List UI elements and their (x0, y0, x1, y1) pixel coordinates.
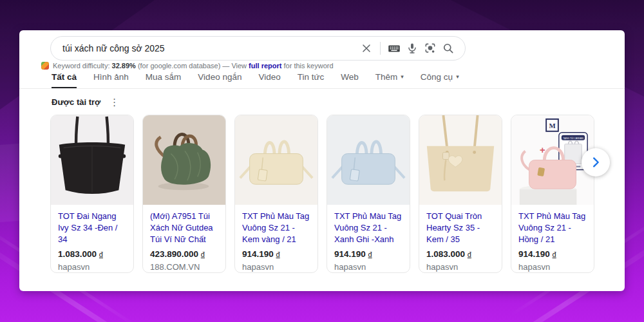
tab-news[interactable]: Tin tức (298, 72, 325, 89)
keyword-difficulty-bar: Keyword difficulty: 32.89% (for google.c… (41, 61, 334, 70)
product-title-link[interactable]: TOT Quai Tròn Hearty Sz 35 -Kem / 35 (426, 211, 495, 245)
kd-suffix: for this keyword (281, 62, 333, 70)
search-icon[interactable] (439, 39, 457, 57)
tab-web[interactable]: Web (341, 72, 359, 89)
product-price: 914.190 đ (242, 249, 310, 260)
more-options-icon[interactable]: ⋮ (109, 97, 119, 107)
product-info: TXT Phủ Màu Tag Vuông Sz 21 -Hồng / 21 9… (511, 205, 594, 272)
tab-videos[interactable]: Video (258, 72, 280, 89)
product-card[interactable]: TOT Đai Ngang Ivy Sz 34 -Đen / 34 1.083.… (50, 115, 134, 273)
product-image-black-tote[interactable] (51, 115, 133, 205)
svg-text:TẶNG TÚI CANVAS: TẶNG TÚI CANVAS (563, 137, 583, 140)
product-store: hapasvn (426, 262, 495, 272)
product-title-link[interactable]: TXT Phủ Màu Tag Vuông Sz 21 -Hồng / 21 (518, 211, 587, 245)
product-image-green-hobo[interactable] (143, 115, 225, 205)
chevron-down-icon: ▾ (456, 74, 459, 80)
product-info: TOT Đai Ngang Ivy Sz 34 -Đen / 34 1.083.… (51, 205, 133, 272)
product-store: 188.COM.VN (150, 262, 218, 272)
search-bar[interactable]: túi xách nữ công sở 2025 (50, 36, 466, 61)
product-info: TXT Phủ Màu Tag Vuông Sz 21 -Kem vàng / … (235, 205, 317, 272)
product-image-blue-satchel[interactable] (327, 115, 410, 205)
google-lens-icon[interactable] (421, 39, 439, 57)
product-price: 914.190 đ (518, 249, 587, 260)
currency-symbol: đ (99, 251, 103, 258)
voice-search-icon[interactable] (403, 39, 421, 57)
keyboard-icon[interactable] (385, 39, 403, 57)
carousel-next-button[interactable] (582, 148, 610, 176)
product-image-beige-tote[interactable] (419, 115, 502, 205)
search-bar-icons (357, 39, 457, 57)
sponsored-label: Được tài trợ (52, 97, 100, 107)
kd-value: 32.89% (112, 62, 136, 70)
svg-text:M: M (549, 122, 555, 129)
tab-shopping[interactable]: Mua sắm (146, 72, 182, 89)
product-store: hapasvn (242, 262, 310, 272)
product-card[interactable]: M + TẶNG TÚI CANVAS TXT Phủ Màu Tag Vuôn… (511, 115, 594, 273)
tab-short-videos[interactable]: Video ngắn (198, 72, 242, 89)
tab-more[interactable]: Thêm ▾ (375, 72, 404, 89)
tab-all[interactable]: Tất cả (52, 72, 77, 89)
desktop-background: túi xách nữ công sở 2025 (0, 0, 644, 322)
currency-symbol: đ (553, 251, 556, 258)
product-price: 914.190 đ (334, 249, 402, 260)
product-info: TOT Quai Tròn Hearty Sz 35 -Kem / 35 1.0… (419, 205, 502, 272)
product-price: 1.083.000 đ (58, 249, 126, 260)
product-card[interactable]: TXT Phủ Màu Tag Vuông Sz 21 - Xanh Ghi -… (327, 115, 410, 273)
kd-label: Keyword difficulty: (53, 62, 112, 70)
full-report-link[interactable]: full report (249, 62, 281, 70)
product-info: TXT Phủ Màu Tag Vuông Sz 21 - Xanh Ghi -… (327, 205, 410, 272)
results-tabs: Tất cả Hình ảnh Mua sắm Video ngắn Video… (52, 72, 459, 89)
product-card[interactable]: TOT Quai Tròn Hearty Sz 35 -Kem / 35 1.0… (419, 115, 502, 273)
currency-symbol: đ (368, 251, 372, 258)
tab-images[interactable]: Hình ảnh (93, 72, 129, 89)
currency-symbol: đ (276, 251, 280, 258)
product-title-link[interactable]: TXT Phủ Màu Tag Vuông Sz 21 - Xanh Ghi -… (334, 211, 402, 245)
clear-icon[interactable] (357, 39, 375, 57)
product-title-link[interactable]: (Mới) A7951 Túi Xách Nữ Gutdea Túi Ví Nữ… (150, 211, 218, 245)
search-bar-divider (380, 42, 381, 55)
product-store: hapasvn (58, 262, 126, 272)
tabs-divider (19, 88, 625, 89)
product-info: (Mới) A7951 Túi Xách Nữ Gutdea Túi Ví Nữ… (143, 205, 225, 272)
product-store: hapasvn (518, 262, 587, 272)
product-price: 423.890.000 đ (150, 249, 218, 260)
kd-detail: (for google.com database) — View (136, 62, 249, 70)
product-title-link[interactable]: TXT Phủ Màu Tag Vuông Sz 21 -Kem vàng / … (242, 211, 310, 245)
search-results-window: túi xách nữ công sở 2025 (19, 30, 625, 291)
product-price: 1.083.000 đ (426, 249, 495, 260)
seo-extension-icon[interactable] (41, 62, 49, 70)
product-image-cream-satchel[interactable] (235, 115, 317, 205)
tab-tools[interactable]: Công cụ ▾ (421, 72, 459, 89)
currency-symbol: đ (468, 251, 471, 258)
product-store: hapasvn (334, 262, 402, 272)
sponsored-row: Được tài trợ ⋮ (52, 97, 119, 107)
product-card[interactable]: TXT Phủ Màu Tag Vuông Sz 21 -Kem vàng / … (234, 115, 318, 273)
product-card[interactable]: (Mới) A7951 Túi Xách Nữ Gutdea Túi Ví Nữ… (142, 115, 226, 273)
currency-symbol: đ (201, 251, 205, 258)
chevron-down-icon: ▾ (401, 74, 404, 80)
product-carousel: TOT Đai Ngang Ivy Sz 34 -Đen / 34 1.083.… (50, 115, 594, 273)
product-title-link[interactable]: TOT Đai Ngang Ivy Sz 34 -Đen / 34 (58, 211, 126, 245)
search-input[interactable]: túi xách nữ công sở 2025 (62, 43, 357, 53)
